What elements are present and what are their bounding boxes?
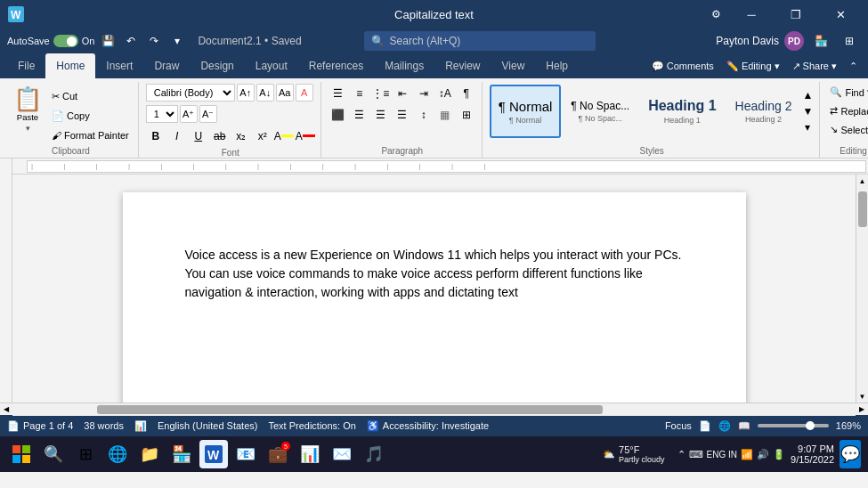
- web-layout-button[interactable]: 🌐: [718, 420, 731, 432]
- undo-button[interactable]: ↶: [121, 31, 141, 51]
- page-count[interactable]: 📄 Page 1 of 4: [7, 420, 73, 432]
- edge-button[interactable]: 🌐: [103, 440, 132, 468]
- text-highlight-button[interactable]: A: [274, 126, 294, 146]
- font-family-select[interactable]: Calibri (Body): [146, 84, 235, 102]
- select-button[interactable]: ↘ Select ▾: [827, 121, 868, 138]
- horizontal-scrollbar[interactable]: ◀ ▶: [0, 403, 868, 415]
- editing-button[interactable]: ✏️ Editing ▾: [723, 57, 783, 75]
- tab-home[interactable]: Home: [45, 53, 95, 78]
- h-scroll-left-arrow[interactable]: ◀: [0, 403, 12, 416]
- redo-button[interactable]: ↷: [144, 31, 164, 51]
- save-button[interactable]: 💾: [98, 31, 118, 51]
- font-size-up[interactable]: A↑: [237, 84, 255, 102]
- start-button[interactable]: [7, 440, 36, 468]
- scroll-track[interactable]: [856, 187, 869, 390]
- font-size-down[interactable]: A↓: [256, 84, 274, 102]
- close-button[interactable]: ✕: [820, 0, 861, 28]
- styles-down-arrow[interactable]: ▼: [802, 105, 813, 118]
- tab-references[interactable]: References: [298, 53, 374, 78]
- volume-icon[interactable]: 🔊: [757, 449, 769, 460]
- ribbon-collapse-button[interactable]: ⌃: [846, 57, 861, 75]
- track-changes-icon[interactable]: 📊: [134, 420, 147, 432]
- multilevel-list-button[interactable]: ⋮≡: [371, 84, 391, 103]
- style-no-spacing[interactable]: ¶ No Spac... ¶ No Spac...: [562, 85, 638, 138]
- decrease-indent-button[interactable]: ⇤: [393, 84, 412, 103]
- zoom-slider[interactable]: [758, 424, 829, 427]
- align-right-button[interactable]: ☰: [371, 105, 391, 125]
- comments-button[interactable]: 💬 Comments: [648, 57, 718, 75]
- text-predictions[interactable]: Text Predictions: On: [268, 420, 355, 431]
- numbering-button[interactable]: ≡: [350, 84, 369, 103]
- tab-view[interactable]: View: [491, 53, 536, 78]
- clear-formatting-button[interactable]: A: [296, 84, 313, 102]
- h-scroll-thumb[interactable]: [97, 405, 603, 414]
- style-heading2[interactable]: Heading 2 Heading 2: [726, 85, 801, 138]
- scroll-down-arrow[interactable]: ▼: [856, 390, 869, 403]
- sort-button[interactable]: ↕A: [435, 84, 455, 103]
- styles-up-arrow[interactable]: ▲: [802, 89, 813, 102]
- copy-button[interactable]: 📄 Copy: [48, 107, 133, 125]
- scroll-thumb[interactable]: [858, 191, 867, 227]
- vertical-scrollbar[interactable]: ▲ ▼: [856, 175, 868, 403]
- immersive-reader-button[interactable]: 📖: [738, 420, 750, 432]
- language-indicator[interactable]: ENG IN: [707, 450, 737, 460]
- tab-help[interactable]: Help: [535, 53, 579, 78]
- strikethrough-button[interactable]: ab: [210, 126, 230, 146]
- clock[interactable]: 9:07 PM 9/15/2022: [791, 443, 834, 465]
- justify-button[interactable]: ☰: [393, 105, 412, 125]
- accessibility[interactable]: ♿ Accessibility: Investigate: [367, 420, 489, 432]
- zoom-level[interactable]: 169%: [836, 420, 861, 431]
- subscript-button[interactable]: x₂: [231, 126, 251, 146]
- focus-mode-button[interactable]: Focus: [665, 420, 692, 431]
- language[interactable]: English (United States): [158, 420, 258, 431]
- up-arrow-tray[interactable]: ⌃: [677, 449, 685, 460]
- italic-button[interactable]: I: [167, 126, 187, 146]
- mail-button[interactable]: ✉️: [328, 440, 356, 468]
- borders-button[interactable]: ⊞: [457, 105, 476, 125]
- tab-mailings[interactable]: Mailings: [374, 53, 434, 78]
- wifi-icon[interactable]: 📶: [741, 449, 753, 460]
- word-count[interactable]: 38 words: [84, 420, 124, 431]
- scroll-up-arrow[interactable]: ▲: [856, 175, 869, 187]
- explorer-button[interactable]: 📁: [135, 440, 164, 468]
- store-button[interactable]: 🏪: [167, 440, 196, 468]
- tab-review[interactable]: Review: [434, 53, 491, 78]
- h-scroll-track[interactable]: [12, 403, 856, 416]
- styles-scroll-arrows[interactable]: ▲ ▼ ▾: [801, 84, 814, 139]
- font-size-select[interactable]: 11: [146, 105, 178, 123]
- bold-button[interactable]: B: [146, 126, 166, 146]
- print-layout-button[interactable]: 📄: [699, 420, 711, 432]
- increase-indent-button[interactable]: ⇥: [414, 84, 434, 103]
- notifications-button[interactable]: 💬: [840, 440, 861, 468]
- underline-button[interactable]: U: [189, 126, 208, 146]
- tab-layout[interactable]: Layout: [245, 53, 298, 78]
- font-size-decrease[interactable]: A⁻: [199, 105, 217, 123]
- paste-dropdown[interactable]: ▾: [26, 124, 30, 133]
- font-color-button[interactable]: A: [296, 126, 315, 146]
- tab-file[interactable]: File: [7, 53, 45, 78]
- minimize-button[interactable]: ─: [731, 0, 772, 28]
- paste-button[interactable]: 📋 Paste ▾: [9, 84, 46, 139]
- battery-icon[interactable]: 🔋: [773, 449, 785, 460]
- outlook-button[interactable]: 📧: [231, 440, 260, 468]
- styles-expand-arrow[interactable]: ▾: [805, 121, 810, 134]
- search-taskbar-button[interactable]: 🔍: [39, 440, 68, 468]
- align-left-button[interactable]: ⬛: [329, 105, 348, 125]
- shading-button[interactable]: ▦: [435, 105, 455, 125]
- autosave-toggle[interactable]: [53, 35, 78, 47]
- share-button[interactable]: ↗ Share ▾: [789, 57, 840, 75]
- weather-widget[interactable]: ⛅ 75°F Partly cloudy: [603, 444, 665, 464]
- tab-draw[interactable]: Draw: [143, 53, 190, 78]
- superscript-button[interactable]: x²: [253, 126, 272, 146]
- powerpoint-button[interactable]: 📊: [296, 440, 324, 468]
- zoom-thumb[interactable]: [806, 421, 815, 430]
- font-size-increase[interactable]: A⁺: [180, 105, 198, 123]
- task-view-button[interactable]: ⊞: [71, 440, 100, 468]
- tab-design[interactable]: Design: [190, 53, 244, 78]
- microsoft-store-icon[interactable]: 🏪: [809, 29, 832, 53]
- change-case-button[interactable]: Aa: [276, 84, 294, 102]
- teams-button[interactable]: 💼 5: [264, 440, 292, 468]
- tab-insert[interactable]: Insert: [95, 53, 143, 78]
- settings-button[interactable]: ⚙: [704, 3, 727, 26]
- replace-button[interactable]: ⇄ Replace: [827, 102, 868, 119]
